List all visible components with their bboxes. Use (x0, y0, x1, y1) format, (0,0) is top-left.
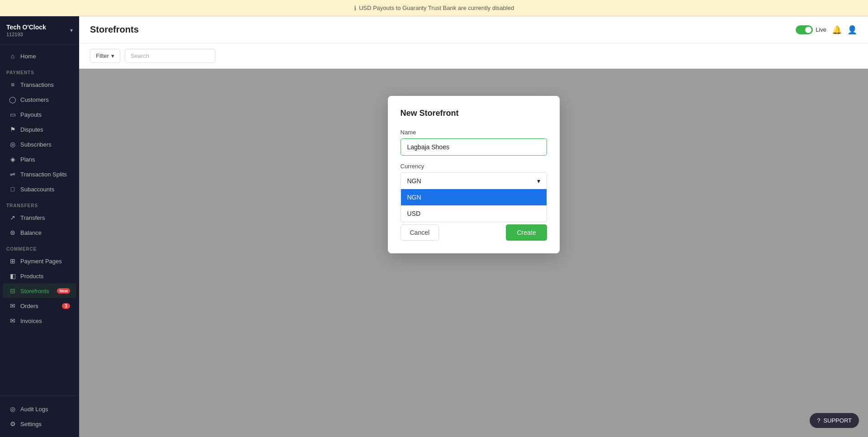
transaction-splits-icon: ⇌ (9, 171, 16, 178)
sidebar-item-label: Transactions (20, 81, 70, 88)
sidebar-item-label: Subscribers (20, 141, 70, 148)
sidebar: Tech O'Clock 112193 ▾ ⌂ Home PAYMENTS ≡ … (0, 16, 79, 437)
home-icon: ⌂ (9, 52, 16, 60)
live-label: Live (816, 26, 826, 33)
sidebar-item-payment-pages[interactable]: ⊞ Payment Pages (3, 254, 76, 268)
sidebar-item-label: Storefronts (20, 288, 53, 294)
sidebar-item-label: Products (20, 273, 70, 280)
filter-button[interactable]: Filter ▾ (90, 49, 120, 63)
currency-option-usd[interactable]: USD (401, 205, 547, 222)
storefronts-badge: New (57, 288, 70, 294)
user-avatar-icon[interactable]: 👤 (847, 25, 857, 35)
filter-label: Filter (96, 52, 109, 59)
sidebar-item-label: Balance (20, 229, 70, 236)
sidebar-footer: ◎ Audit Logs ⚙ Settings (0, 395, 79, 437)
sidebar-item-settings[interactable]: ⚙ Settings (3, 417, 76, 431)
sidebar-item-home[interactable]: ⌂ Home (3, 49, 76, 63)
cancel-button[interactable]: Cancel (401, 224, 439, 241)
filter-chevron-icon: ▾ (111, 52, 114, 59)
page-header: Storefronts Live 🔔 👤 (79, 16, 868, 43)
currency-label: Currency (401, 163, 547, 170)
sidebar-item-transfers[interactable]: ↗ Transfers (3, 210, 76, 225)
transactions-icon: ≡ (9, 81, 16, 88)
currency-selected-value: NGN (407, 177, 421, 185)
live-toggle-switch[interactable] (796, 25, 813, 34)
section-label-commerce: COMMERCE (0, 240, 79, 253)
live-toggle[interactable]: Live (796, 25, 826, 34)
sidebar-item-plans[interactable]: ◈ Plans (3, 152, 76, 166)
orders-icon: ✉ (9, 302, 16, 309)
company-name: Tech O'Clock (6, 24, 46, 31)
new-storefront-modal: New Storefront Name Currency NGN ▾ (388, 96, 560, 253)
sidebar-item-transactions[interactable]: ≡ Transactions (3, 77, 76, 92)
subscribers-icon: ◎ (9, 141, 16, 148)
sidebar-item-label: Customers (20, 96, 70, 103)
info-icon: ℹ (354, 5, 356, 12)
storefront-name-input[interactable] (401, 138, 547, 156)
search-input[interactable] (125, 49, 215, 63)
company-selector[interactable]: Tech O'Clock 112193 ▾ (0, 16, 79, 45)
customers-icon: ◯ (9, 96, 16, 103)
sidebar-item-label: Invoices (20, 318, 70, 324)
payouts-icon: ▭ (9, 111, 16, 118)
audit-logs-icon: ◎ (9, 405, 16, 413)
chevron-down-icon: ▾ (70, 27, 73, 33)
plans-icon: ◈ (9, 156, 16, 163)
sidebar-item-transaction-splits[interactable]: ⇌ Transaction Splits (3, 167, 76, 181)
currency-option-ngn[interactable]: NGN (401, 189, 547, 205)
disputes-icon: ⚑ (9, 126, 16, 133)
orders-badge: 3 (62, 303, 70, 309)
sidebar-item-payouts[interactable]: ▭ Payouts (3, 107, 76, 122)
sidebar-item-audit-logs[interactable]: ◎ Audit Logs (3, 402, 76, 416)
top-banner: ℹ USD Payouts to Guaranty Trust Bank are… (0, 0, 868, 16)
subaccounts-icon: □ (9, 185, 16, 193)
name-form-group: Name (401, 129, 547, 156)
sidebar-item-label: Orders (20, 303, 58, 309)
section-label-transfers: TRANSFERS (0, 197, 79, 210)
sidebar-item-subaccounts[interactable]: □ Subaccounts (3, 182, 76, 196)
sidebar-item-label: Subaccounts (20, 186, 70, 193)
transfers-icon: ↗ (9, 214, 16, 221)
sidebar-item-invoices[interactable]: ✉ Invoices (3, 314, 76, 328)
sidebar-item-products[interactable]: ◧ Products (3, 269, 76, 283)
sidebar-item-label: Disputes (20, 126, 70, 133)
products-icon: ◧ (9, 272, 16, 280)
modal-actions: Cancel Create (401, 224, 547, 241)
modal-title: New Storefront (401, 109, 547, 118)
section-label-payments: PAYMENTS (0, 64, 79, 77)
sidebar-item-balance[interactable]: ⊜ Balance (3, 225, 76, 240)
currency-dropdown: NGN USD (401, 189, 547, 222)
notification-bell-icon[interactable]: 🔔 (832, 25, 842, 35)
sidebar-item-storefronts[interactable]: ⊟ Storefronts New (3, 284, 76, 298)
sidebar-item-label: Settings (20, 421, 70, 428)
header-actions: Live 🔔 👤 (796, 25, 857, 35)
page-body: New Storefront Name Currency NGN ▾ (79, 69, 868, 437)
support-icon: ? (817, 417, 820, 424)
currency-form-group: Currency NGN ▾ NGN USD (401, 163, 547, 190)
settings-icon: ⚙ (9, 420, 16, 428)
page-title: Storefronts (90, 24, 139, 35)
page-toolbar: Filter ▾ (79, 43, 868, 69)
company-id: 112193 (6, 32, 46, 37)
sidebar-nav: ⌂ Home PAYMENTS ≡ Transactions ◯ Custome… (0, 45, 79, 395)
sidebar-item-disputes[interactable]: ⚑ Disputes (3, 122, 76, 137)
banner-message: USD Payouts to Guaranty Trust Bank are c… (359, 5, 514, 11)
invoices-icon: ✉ (9, 317, 16, 324)
sidebar-item-subscribers[interactable]: ◎ Subscribers (3, 137, 76, 152)
sidebar-item-label: Payouts (20, 111, 70, 118)
name-label: Name (401, 129, 547, 136)
balance-icon: ⊜ (9, 229, 16, 236)
sidebar-item-label: Transaction Splits (20, 171, 70, 178)
create-button[interactable]: Create (506, 224, 547, 241)
sidebar-item-customers[interactable]: ◯ Customers (3, 92, 76, 107)
sidebar-item-orders[interactable]: ✉ Orders 3 (3, 299, 76, 313)
sidebar-item-label: Plans (20, 156, 70, 163)
currency-select[interactable]: NGN ▾ (401, 172, 547, 190)
currency-select-container: NGN ▾ NGN USD (401, 172, 547, 190)
sidebar-item-label: Audit Logs (20, 406, 70, 413)
payment-pages-icon: ⊞ (9, 257, 16, 265)
support-button[interactable]: ? SUPPORT (810, 413, 859, 428)
sidebar-item-label: Transfers (20, 214, 70, 221)
support-label: SUPPORT (823, 417, 852, 424)
modal-wrapper: New Storefront Name Currency NGN ▾ (79, 69, 868, 437)
